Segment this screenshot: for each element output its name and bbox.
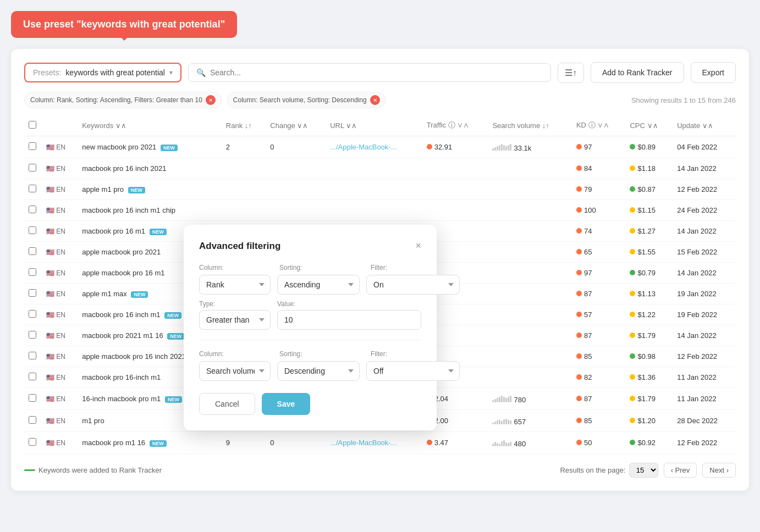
sort-button[interactable]: ☰↑	[558, 63, 584, 83]
col-change[interactable]: Change ∨∧	[266, 115, 326, 136]
col-keywords[interactable]: Keywords ∨∧	[78, 115, 222, 136]
row-checkbox[interactable]	[29, 416, 36, 424]
row-checkbox[interactable]	[29, 310, 36, 318]
row-search-vol-cell: 657	[488, 410, 572, 432]
row-update-cell: 12 Feb 2022	[673, 346, 736, 367]
row-url-cell	[326, 200, 422, 221]
prev-page-button[interactable]: ‹ Prev	[664, 463, 697, 478]
row-checkbox[interactable]	[29, 373, 36, 380]
row-update-cell: 19 Feb 2022	[673, 304, 736, 325]
row-update-cell: 14 Jan 2022	[673, 263, 736, 284]
row-kd-cell: 57	[572, 304, 626, 325]
filter-tags-row: Column: Rank, Sorting: Ascending, Filter…	[24, 92, 736, 108]
main-card: Presets: keywords with great potential ▾…	[11, 49, 749, 491]
row-checkbox[interactable]	[29, 331, 36, 339]
row-checkbox[interactable]	[29, 438, 36, 446]
row-update-cell: 14 Jan 2022	[673, 158, 736, 179]
row-search-vol-cell	[488, 158, 572, 179]
row-cpc-cell: $1.13	[625, 284, 673, 304]
search-input[interactable]	[210, 68, 543, 77]
row-kd-cell: 97	[572, 263, 626, 284]
cancel-button[interactable]: Cancel	[199, 393, 255, 415]
chevron-down-icon: ▾	[169, 69, 173, 76]
col-url[interactable]: URL ∨∧	[326, 115, 422, 136]
row-kd-cell: 87	[572, 388, 626, 410]
filter-row-1: Column: Sorting: Filter: Rank Search vol…	[199, 264, 421, 330]
row-search-vol-cell	[488, 179, 572, 200]
select-all-checkbox[interactable]	[29, 121, 36, 129]
row-change-cell	[266, 179, 326, 200]
filter-tag-close-1[interactable]: ✕	[370, 95, 380, 105]
row-url-cell	[326, 158, 422, 179]
save-button[interactable]: Save	[262, 393, 311, 415]
row-traffic-cell: 3.47	[422, 432, 488, 454]
row-search-vol-cell	[488, 242, 572, 263]
row-flag-cell: 🇺🇸 EN	[42, 200, 78, 221]
row-checkbox[interactable]	[29, 268, 36, 276]
type1-select[interactable]: Greater than Less than Equal to	[199, 310, 271, 330]
row-flag-cell: 🇺🇸 EN	[42, 263, 78, 284]
row-keyword-cell: macbook pro 16 inch 2021	[78, 158, 222, 179]
row-checkbox[interactable]	[29, 352, 36, 359]
row-checkbox[interactable]	[29, 394, 36, 402]
row-checkbox-cell	[24, 432, 42, 454]
col-cpc[interactable]: CPC ∨∧	[625, 115, 673, 136]
row-kd-cell: 87	[572, 284, 626, 304]
sort1-label: Sorting:	[279, 264, 362, 271]
value1-label: Value:	[277, 300, 421, 308]
preset-value: keywords with great potential	[65, 68, 165, 77]
modal-close-button[interactable]: ×	[415, 240, 421, 252]
row-checkbox[interactable]	[29, 164, 36, 171]
row-update-cell: 28 Dec 2022	[673, 410, 736, 432]
filter-tag-0: Column: Rank, Sorting: Ascending, Filter…	[24, 92, 222, 108]
row-cpc-cell: $1.36	[625, 367, 673, 388]
filter2-select[interactable]: Off On	[366, 361, 460, 381]
row-cpc-cell: $0.98	[625, 346, 673, 367]
row-flag-cell: 🇺🇸 EN	[42, 304, 78, 325]
col-kd[interactable]: KD ⓘ ∨∧	[572, 115, 626, 136]
col-rank[interactable]: Rank ↓↑	[222, 115, 266, 136]
row-kd-cell: 85	[572, 410, 626, 432]
sorting1-select[interactable]: Ascending Descending	[277, 275, 360, 295]
row-flag-cell: 🇺🇸 EN	[42, 179, 78, 200]
export-button[interactable]: Export	[691, 62, 736, 83]
row-checkbox[interactable]	[29, 206, 36, 213]
filter-row-2: Column: Sorting: Filter: Search volume R…	[199, 350, 421, 381]
row-checkbox[interactable]	[29, 142, 36, 150]
row-keyword-cell: apple m1 pro NEW	[78, 179, 222, 200]
row-update-cell: 12 Feb 2022	[673, 179, 736, 200]
value1-input[interactable]	[277, 310, 421, 330]
next-page-button[interactable]: Next ›	[702, 463, 736, 478]
row-rank-cell	[222, 179, 266, 200]
row-flag-cell: 🇺🇸 EN	[42, 136, 78, 158]
row-checkbox[interactable]	[29, 226, 36, 234]
filter-tag-close-0[interactable]: ✕	[206, 95, 216, 105]
preset-selector[interactable]: Presets: keywords with great potential ▾	[24, 63, 181, 82]
table-row: 🇺🇸 EN macbook pro 16 inch m1 chip 100	[24, 200, 736, 221]
sorting2-select[interactable]: Descending Ascending	[277, 361, 360, 381]
row-rank-cell	[222, 200, 266, 221]
row-flag-cell: 🇺🇸 EN	[42, 388, 78, 410]
row-update-cell: 14 Jan 2022	[673, 325, 736, 346]
row-cpc-cell: $0.92	[625, 432, 673, 454]
row-checkbox[interactable]	[29, 247, 36, 255]
col-update[interactable]: Update ∨∧	[673, 115, 736, 136]
col-search-volume[interactable]: Search volume ↓↑	[488, 115, 572, 136]
filter1-select[interactable]: On Off	[366, 275, 460, 295]
pagination: Results on the page: 15 25 50 ‹ Prev Nex…	[560, 463, 736, 478]
row-update-cell: 11 Jan 2022	[673, 388, 736, 410]
row-checkbox[interactable]	[29, 185, 36, 192]
add-to-rank-tracker-button[interactable]: Add to Rank Tracker	[591, 62, 684, 83]
row-cpc-cell: $0.89	[625, 136, 673, 158]
row-kd-cell: 50	[572, 432, 626, 454]
page-count-select[interactable]: 15 25 50	[629, 463, 658, 478]
column2-select[interactable]: Search volume Rank Traffic KD CPC	[199, 361, 271, 381]
col-traffic[interactable]: Traffic ⓘ ∨∧	[422, 115, 488, 136]
column1-select[interactable]: Rank Search volume Traffic KD CPC	[199, 275, 271, 295]
row-search-vol-cell	[488, 367, 572, 388]
row-checkbox[interactable]	[29, 289, 36, 297]
row-checkbox-cell	[24, 388, 42, 410]
footer-note: Keywords were added to Rank Tracker	[24, 466, 162, 474]
row-rank-cell	[222, 158, 266, 179]
row-checkbox-cell	[24, 136, 42, 158]
